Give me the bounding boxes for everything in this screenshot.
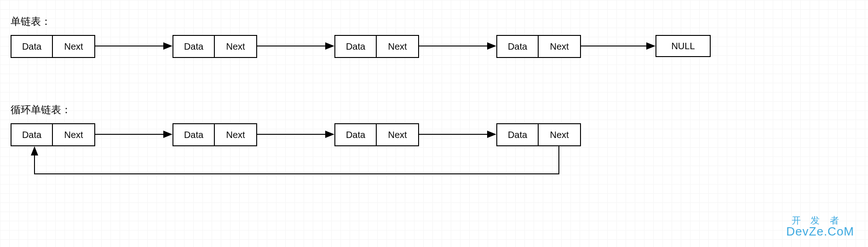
node-data-cell: Data [11,124,53,145]
node-next-cell: Next [53,36,94,57]
arrows-layer [0,0,868,247]
singly-node-3: Data Next [334,35,419,58]
circular-node-1: Data Next [11,123,95,146]
node-data-cell: Data [335,124,377,145]
node-next-cell: Next [53,124,94,145]
node-next-cell: Next [215,36,256,57]
node-data-cell: Data [497,36,539,57]
node-next-cell: Next [539,124,580,145]
node-next-cell: Next [377,36,418,57]
node-next-cell: Next [539,36,580,57]
circular-node-3: Data Next [334,123,419,146]
watermark-bottom: DevZe.CoM [786,224,854,239]
singly-node-4: Data Next [496,35,581,58]
node-data-cell: Data [11,36,53,57]
node-next-cell: Next [215,124,256,145]
circular-node-4: Data Next [496,123,581,146]
node-data-cell: Data [497,124,539,145]
node-data-cell: Data [335,36,377,57]
arrow-circular-loop [34,146,559,174]
circular-node-2: Data Next [172,123,257,146]
node-next-cell: Next [377,124,418,145]
label-circular-linked-list: 循环单链表： [11,103,71,117]
singly-node-1: Data Next [11,35,95,58]
singly-node-2: Data Next [172,35,257,58]
node-data-cell: Data [173,124,215,145]
null-terminal: NULL [655,35,711,57]
label-singly-linked-list: 单链表： [11,15,51,29]
node-data-cell: Data [173,36,215,57]
